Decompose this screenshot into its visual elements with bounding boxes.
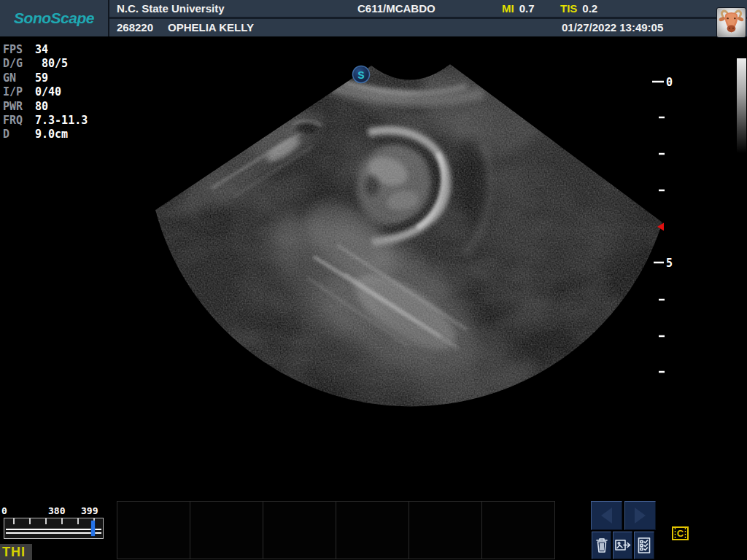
patient-name: OPHELIA KELLY [168,19,254,36]
thumbnail-slot-2[interactable] [190,501,263,559]
param-ip: I/P0/40 [3,85,88,99]
cow-icon [717,8,746,37]
cine-start-frame: 0 [1,505,7,516]
checklist-icon [637,537,651,554]
orientation-marker: S [353,66,370,83]
cine-frame-numbers: 0 380 399 [0,505,109,517]
patient-id: 268220 [117,19,153,36]
param-pwr: PWR80 [3,100,88,114]
export-icon [614,537,632,553]
param-frq: FRQ7.3-11.3 [3,114,88,128]
exam-datetime: 01/27/2022 13:49:05 [562,19,663,36]
thi-status-badge: THI [0,544,32,560]
thumbnail-slot-5[interactable] [409,501,482,559]
orientation-marker-letter: S [357,69,364,81]
param-gn: GN59 [3,71,88,85]
brand-logo: SonoScape [0,0,109,36]
thumbnail-slot-4[interactable] [336,501,409,559]
header-exam-row: N.C. State University C611/MCABDO MI0.7 … [109,0,747,19]
param-dg: D/G 80/5 [3,57,88,71]
mi-readout: MI0.7 [502,0,535,17]
depth-label-0: 0 [666,76,673,89]
thumbnail-strip [117,501,555,559]
tis-value: 0.2 [582,2,597,15]
cine-position-indicator[interactable] [91,521,95,536]
mi-label: MI [502,2,514,15]
depth-label-5: 5 [666,257,673,270]
right-arrow-icon [635,508,646,524]
cine-track-line [6,529,101,534]
param-depth: D9.0cm [3,128,88,141]
cine-clip-indicator: C [672,526,689,540]
grayscale-map-bar [737,58,746,153]
thumbnail-slot-6[interactable] [482,501,555,559]
next-page-button[interactable] [624,501,656,530]
delete-button[interactable] [592,532,611,559]
left-arrow-icon [601,508,612,524]
header-bar: SonoScape N.C. State University C611/MCA… [0,0,747,36]
institution-name: N.C. State University [117,0,225,17]
export-image-button[interactable] [613,532,632,559]
imaging-parameters: FPS34 D/G 80/5 GN59 I/P0/40 PWR80 FRQ7.3… [3,43,88,142]
tis-label: TIS [560,2,577,15]
header-patient-row: 268220 OPHELIA KELLY 01/27/2022 13:49:05 [109,19,747,36]
cine-current-frame: 380 [48,505,65,516]
cine-clip-letter: C [677,528,684,539]
trash-icon [595,537,609,554]
report-button[interactable] [634,532,654,559]
speckle-noise-layer [109,44,702,438]
cine-total-frames: 399 [81,505,98,516]
probe-preset: C611/MCABDO [357,0,436,17]
prev-page-button[interactable] [591,501,622,530]
thumbnail-slot-3[interactable] [263,501,336,559]
param-fps: FPS34 [3,43,88,57]
mi-value: 0.7 [519,2,535,15]
tis-readout: TIS0.2 [560,0,597,17]
ultrasound-image: S 0 5 [0,0,747,560]
scan-sector [109,44,702,438]
animal-type-button[interactable] [716,7,746,38]
cine-scrollbar[interactable] [4,518,104,539]
thumbnail-slot-1[interactable] [117,501,190,559]
ultrasound-screen: S 0 5 SonoScape N.C. State University C6… [0,0,747,560]
